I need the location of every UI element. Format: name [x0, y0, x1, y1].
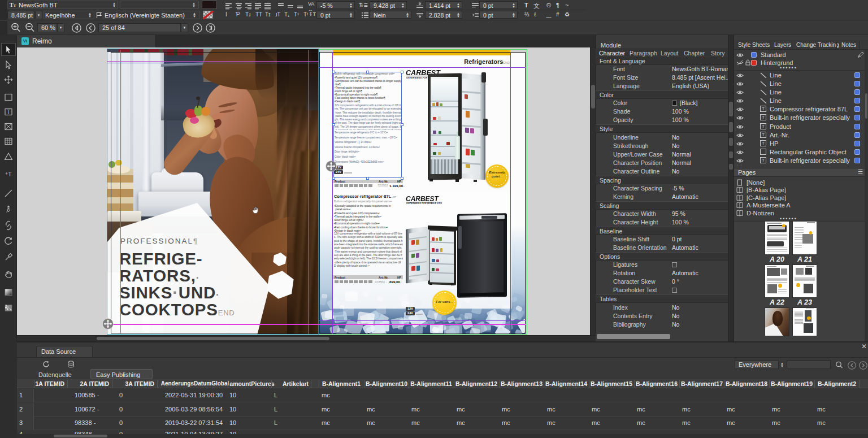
svg-text:T: T	[7, 109, 10, 115]
svg-text:T: T	[8, 171, 12, 177]
